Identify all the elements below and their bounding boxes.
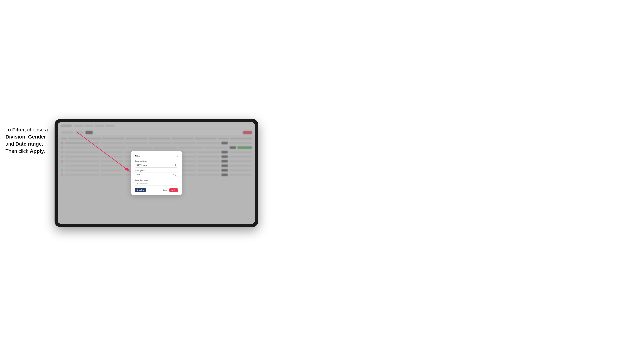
instruction-bold-3: Date range.	[16, 141, 43, 147]
modal-title: Filter	[135, 155, 141, 158]
close-icon[interactable]: ×	[176, 155, 178, 157]
date-label: Select Date range	[135, 179, 178, 181]
gender-label: Select gender	[135, 170, 178, 172]
date-placeholder: Pick a date	[140, 183, 148, 185]
footer-right-buttons: Cancel Apply	[163, 188, 178, 192]
gender-arrows-icon: ▲▼	[175, 173, 176, 176]
division-select-controls: × ▲▼	[173, 164, 176, 166]
gender-clear-icon[interactable]: ×	[173, 174, 174, 175]
instruction-bold-2: Division, Gender	[6, 134, 46, 140]
instruction-bold-1: Filter,	[12, 127, 26, 133]
modal-header: Filter ×	[135, 155, 178, 158]
instruction-text-1: To	[6, 127, 12, 133]
tablet-device: Filter × Select a division NCAA Division…	[54, 119, 258, 227]
modal-overlay: Filter × Select a division NCAA Division…	[58, 122, 255, 224]
division-form-group: Select a division NCAA Division I × ▲▼	[135, 160, 178, 167]
date-form-group: Select Date range 📅 Pick a date	[135, 179, 178, 186]
instruction-text-4: Then click	[6, 148, 30, 154]
apply-button[interactable]: Apply	[169, 188, 178, 192]
division-arrows-icon: ▲▼	[175, 164, 176, 166]
instructions-panel: To Filter, choose a Division, Gender and…	[4, 119, 54, 162]
tablet-screen: Filter × Select a division NCAA Division…	[58, 122, 255, 224]
division-select[interactable]: NCAA Division I × ▲▼	[135, 163, 178, 167]
gender-select[interactable]: Men × ▲▼	[135, 172, 178, 177]
filter-modal: Filter × Select a division NCAA Division…	[131, 151, 182, 195]
calendar-icon: 📅	[136, 183, 138, 185]
gender-form-group: Select gender Men × ▲▼	[135, 170, 178, 177]
cancel-button[interactable]: Cancel	[163, 189, 168, 191]
gender-select-controls: × ▲▼	[173, 173, 176, 176]
division-label: Select a division	[135, 160, 178, 162]
page-wrapper: To Filter, choose a Division, Gender and…	[4, 119, 258, 227]
clear-filter-button[interactable]: Clear filter	[135, 188, 146, 192]
date-input[interactable]: 📅 Pick a date	[135, 182, 178, 186]
division-clear-icon[interactable]: ×	[173, 164, 174, 166]
instruction-text-2: choose a	[26, 127, 48, 133]
modal-footer: Clear filter Cancel Apply	[135, 188, 178, 192]
division-selected-value: NCAA Division I	[136, 164, 148, 166]
instruction-bold-4: Apply.	[30, 148, 45, 154]
gender-selected-value: Men	[136, 174, 140, 175]
instruction-text-3: and	[6, 141, 16, 147]
